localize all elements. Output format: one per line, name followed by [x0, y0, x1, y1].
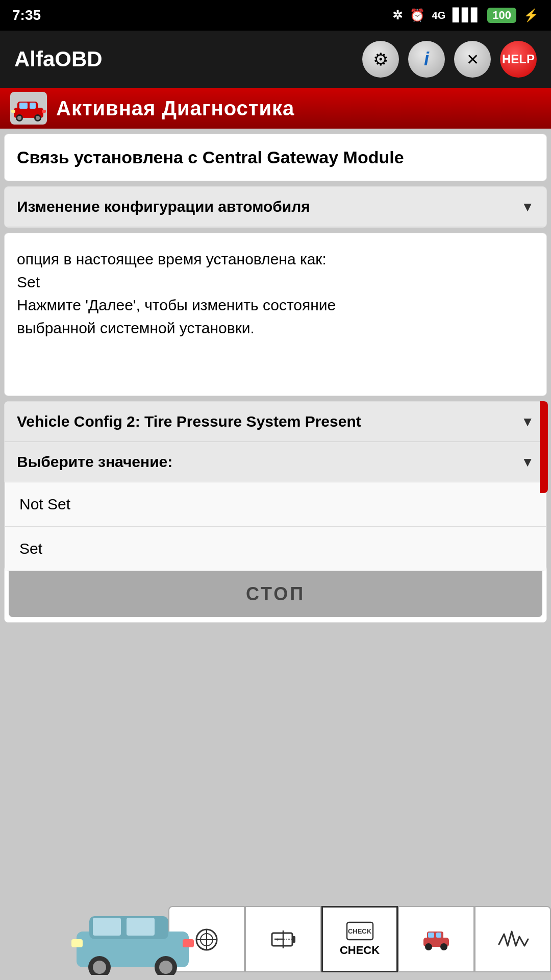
signal-icon: ▋▋▋: [453, 8, 480, 22]
svg-rect-18: [71, 939, 83, 947]
select-value-arrow: ▼: [521, 454, 534, 470]
connection-box: Связь установлена с Central Gateway Modu…: [4, 134, 547, 181]
svg-rect-9: [42, 110, 46, 113]
vehicle-config-arrow: ▼: [521, 414, 534, 430]
connection-text: Связь установлена с Central Gateway Modu…: [17, 148, 404, 167]
gear-button[interactable]: ⚙: [362, 41, 399, 78]
svg-text:+: +: [276, 937, 279, 943]
bottom-car-btn[interactable]: [398, 906, 474, 972]
time-display: 7:35: [12, 7, 41, 23]
svg-point-5: [17, 116, 21, 120]
dropdown-list: Not Set Set: [5, 482, 546, 571]
status-bar: 7:35 ✲ ⏰ 4G ▋▋▋ 100 ⚡: [0, 0, 551, 31]
info-line1: опция в настоящее время установлена как:: [17, 251, 327, 267]
info-button[interactable]: i: [408, 41, 445, 78]
svg-rect-35: [436, 933, 441, 938]
svg-point-7: [36, 116, 40, 120]
svg-rect-25: [292, 936, 295, 943]
svg-rect-19: [183, 939, 194, 947]
check-icon-svg: CHECK: [346, 921, 374, 941]
app-header: AlfaOBD ⚙ i ✕ HELP: [0, 31, 551, 88]
tools-icon: ✕: [466, 51, 479, 68]
charging-icon: ⚡: [523, 8, 539, 22]
bottom-battery-btn[interactable]: +: [245, 906, 321, 972]
stop-bar: СТОП: [9, 571, 542, 617]
app-title: AlfaOBD: [14, 47, 103, 71]
status-bar-right: ✲ ⏰ 4G ▋▋▋ 100 ⚡: [392, 8, 539, 23]
vehicle-config-header[interactable]: Vehicle Config 2: Tire Pressure System P…: [5, 402, 546, 442]
svg-rect-12: [93, 918, 121, 936]
vehicle-config-label: Vehicle Config 2: Tire Pressure System P…: [17, 413, 361, 430]
info-icon: i: [424, 48, 429, 70]
bottom-check-btn[interactable]: CHECK CHECK: [321, 906, 398, 972]
car-nav-icon-svg: [421, 926, 452, 952]
option-not-set[interactable]: Not Set: [5, 482, 546, 527]
red-side-indicator: [540, 401, 548, 493]
diagnostics-header: Активная Диагностика: [0, 88, 551, 129]
car-icon-small: [10, 92, 47, 125]
large-car-svg: [71, 903, 194, 975]
help-button[interactable]: HELP: [500, 41, 537, 78]
alarm-icon: ⏰: [410, 8, 425, 22]
config-dropdown-arrow: ▼: [521, 199, 534, 215]
help-icon: HELP: [502, 52, 535, 66]
header-icons: ⚙ i ✕ HELP: [362, 41, 537, 78]
bluetooth-icon: ✲: [392, 8, 403, 22]
svg-rect-2: [19, 103, 28, 109]
info-line4: выбранной системной установки.: [17, 320, 255, 336]
info-box: опция в настоящее время установлена как:…: [4, 233, 547, 396]
bottom-nav: + CHECK CHECK: [0, 898, 551, 980]
svg-rect-8: [11, 110, 15, 113]
select-value-header[interactable]: Выберите значение: ▼: [5, 442, 546, 482]
obd-icon-svg: [191, 925, 222, 953]
config-dropdown-header[interactable]: Изменение конфигурации автомобиля ▼: [5, 187, 546, 227]
svg-point-17: [159, 961, 172, 974]
tools-button[interactable]: ✕: [454, 41, 491, 78]
gear-icon: ⚙: [373, 49, 388, 69]
option-set[interactable]: Set: [5, 527, 546, 571]
car-svg: [11, 94, 46, 122]
svg-point-15: [93, 961, 106, 974]
svg-point-36: [425, 943, 432, 950]
svg-rect-13: [127, 918, 155, 936]
network-4g-icon: 4G: [432, 10, 446, 21]
main-content: Связь установлена с Central Gateway Modu…: [0, 134, 551, 623]
config-dropdown[interactable]: Изменение конфигурации автомобиля ▼: [4, 186, 547, 228]
svg-rect-34: [428, 933, 434, 938]
svg-text:CHECK: CHECK: [347, 927, 371, 935]
graph-icon-svg: [496, 926, 530, 952]
vehicle-config-inner: Vehicle Config 2: Tire Pressure System P…: [4, 401, 547, 623]
diagnostics-title: Активная Диагностика: [56, 97, 294, 120]
info-line3: Нажмите 'Далее', чтобы изменить состояни…: [17, 297, 336, 313]
svg-rect-3: [30, 103, 36, 109]
bottom-graph-btn[interactable]: [474, 906, 551, 972]
svg-point-37: [440, 943, 447, 950]
config-dropdown-label: Изменение конфигурации автомобиля: [17, 198, 310, 215]
vehicle-config-section: Vehicle Config 2: Tire Pressure System P…: [4, 401, 547, 623]
stop-button[interactable]: СТОП: [246, 583, 305, 605]
large-car-decoration: [71, 903, 194, 980]
select-value-label: Выберите значение:: [17, 453, 172, 471]
info-line2: Set: [17, 274, 40, 290]
battery-indicator: 100: [487, 8, 516, 23]
check-label: CHECK: [340, 944, 380, 957]
bottom-icons: + CHECK CHECK: [168, 898, 551, 980]
battery-icon-svg: +: [269, 925, 297, 953]
info-text: опция в настоящее время установлена как:…: [17, 248, 534, 339]
